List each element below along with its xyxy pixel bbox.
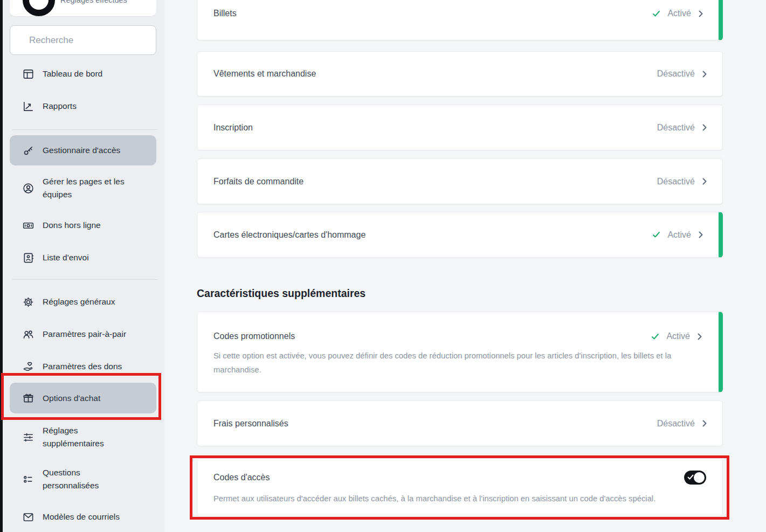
users-icon — [22, 328, 34, 341]
sidebar-item-offline-donations[interactable]: Dons hors ligne — [10, 209, 156, 241]
gear-icon — [22, 296, 34, 308]
sidebar-item-label: Rapports — [43, 100, 139, 113]
sidebar-divider — [12, 129, 157, 130]
check-icon — [652, 10, 660, 17]
chevron-right-icon — [702, 177, 707, 185]
feature-title: Codes d'accès — [213, 473, 270, 482]
feature-status: Activé — [651, 331, 702, 341]
sidebar-item-custom-questions[interactable]: Questions personnalisées — [10, 461, 156, 498]
sidebar-item-label: Réglages supplémentaires — [43, 424, 139, 450]
access-codes-toggle[interactable] — [684, 471, 706, 485]
search-box[interactable] — [10, 25, 156, 55]
feature-title: Vêtements et marchandise — [213, 69, 316, 79]
feature-title: Forfaits de commandite — [213, 177, 303, 186]
sidebar-item-label: Paramètres pair-à-pair — [43, 328, 139, 341]
sidebar: Réglages effectués Tableau de bord Rappo… — [3, 0, 164, 532]
sidebar-item-label: Options d'achat — [43, 392, 139, 405]
hand-heart-icon — [22, 361, 34, 373]
chevron-right-icon — [702, 123, 707, 132]
feature-card-billets[interactable]: Billets Activé — [197, 0, 723, 40]
sidebar-item-general-settings[interactable]: Réglages généraux — [10, 286, 156, 318]
sidebar-item-label: Dons hors ligne — [43, 219, 139, 232]
chevron-right-icon — [697, 333, 702, 341]
chevron-right-icon — [698, 10, 703, 18]
search-input[interactable] — [28, 34, 149, 46]
feature-title: Codes promotionnels — [213, 331, 295, 341]
feature-status: Activé — [652, 9, 703, 18]
feature-title: Frais personnalisés — [213, 419, 288, 429]
sidebar-item-label: Paramètres des dons — [43, 360, 139, 373]
banknote-icon — [22, 219, 34, 232]
sidebar-item-access-manager[interactable]: Gestionnaire d'accès — [10, 135, 156, 165]
chevron-right-icon — [702, 70, 707, 78]
sidebar-item-label: Questions personnalisées — [43, 466, 139, 492]
sidebar-item-email-templates[interactable]: Modèles de courriels — [10, 501, 156, 532]
chevron-right-icon — [698, 231, 703, 239]
user-circle-icon — [22, 182, 34, 195]
sidebar-item-additional-settings[interactable]: Réglages supplémentaires — [10, 419, 156, 455]
feature-card-promo-codes[interactable]: Codes promotionnels Activé Si cette opti… — [197, 312, 723, 392]
check-icon — [651, 333, 659, 340]
sidebar-item-label: Liste d'envoi — [43, 251, 139, 264]
sidebar-item-label: Réglages généraux — [43, 295, 139, 308]
list-icon — [22, 473, 34, 486]
logo-ring-icon — [23, 0, 55, 16]
chevron-right-icon — [702, 419, 707, 427]
feature-card-access-codes[interactable]: Codes d'accès Permet aux utilisateurs d'… — [197, 458, 723, 516]
feature-title: Cartes électroniques/cartes d'hommage — [213, 230, 365, 240]
feature-status: Désactivé — [657, 419, 707, 429]
feature-card-sponsorship[interactable]: Forfaits de commandite Désactivé — [197, 158, 723, 204]
feature-card-custom-fees[interactable]: Frais personnalisés Désactivé — [197, 400, 723, 446]
sidebar-item-label: Modèles de courriels — [43, 510, 139, 523]
feature-title: Billets — [213, 9, 237, 18]
feature-description: Si cette option est activée, vous pouvez… — [213, 349, 702, 377]
feature-card-merchandise[interactable]: Vêtements et marchandise Désactivé — [197, 51, 723, 96]
sidebar-item-dashboard[interactable]: Tableau de bord — [10, 58, 156, 90]
check-icon — [687, 474, 694, 480]
app-window: Réglages effectués Tableau de bord Rappo… — [0, 0, 766, 532]
sidebar-item-reports[interactable]: Rapports — [10, 90, 156, 122]
profile-card-label: Réglages effectués — [60, 0, 127, 4]
feature-card-ecards[interactable]: Cartes électroniques/cartes d'hommage Ac… — [197, 212, 723, 258]
feature-card-registration[interactable]: Inscription Désactivé — [197, 105, 723, 150]
key-icon — [22, 144, 34, 157]
feature-status: Désactivé — [657, 123, 707, 133]
profile-card[interactable]: Réglages effectués — [10, 0, 156, 16]
sidebar-item-label: Gestionnaire d'accès — [43, 144, 139, 157]
envelope-icon — [22, 511, 34, 523]
reports-icon — [22, 100, 34, 113]
section-heading: Caractéristiques supplémentaires — [197, 287, 365, 300]
feature-status: Désactivé — [657, 177, 707, 186]
toggle-knob — [694, 472, 705, 483]
sidebar-item-mailing-list[interactable]: Liste d'envoi — [10, 241, 156, 274]
feature-description: Permet aux utilisateurs d'accéder aux bi… — [213, 492, 706, 506]
sidebar-item-label: Gérer les pages et les équipes — [43, 175, 139, 201]
gift-icon — [22, 392, 34, 404]
check-icon — [652, 231, 660, 238]
sidebar-item-donation-settings[interactable]: Paramètres des dons — [10, 350, 156, 383]
feature-title: Inscription — [213, 123, 253, 133]
address-book-icon — [22, 252, 34, 264]
sliders-icon — [22, 431, 34, 444]
sidebar-divider — [12, 279, 157, 280]
sidebar-item-label: Tableau de bord — [43, 67, 139, 80]
feature-status: Désactivé — [657, 69, 707, 79]
sidebar-item-purchase-options[interactable]: Options d'achat — [10, 383, 156, 413]
sidebar-item-p2p-settings[interactable]: Paramètres pair-à-pair — [10, 318, 156, 350]
feature-status: Activé — [652, 230, 703, 240]
dashboard-icon — [22, 68, 34, 80]
sidebar-item-pages-teams[interactable]: Gérer les pages et les équipes — [10, 170, 156, 206]
